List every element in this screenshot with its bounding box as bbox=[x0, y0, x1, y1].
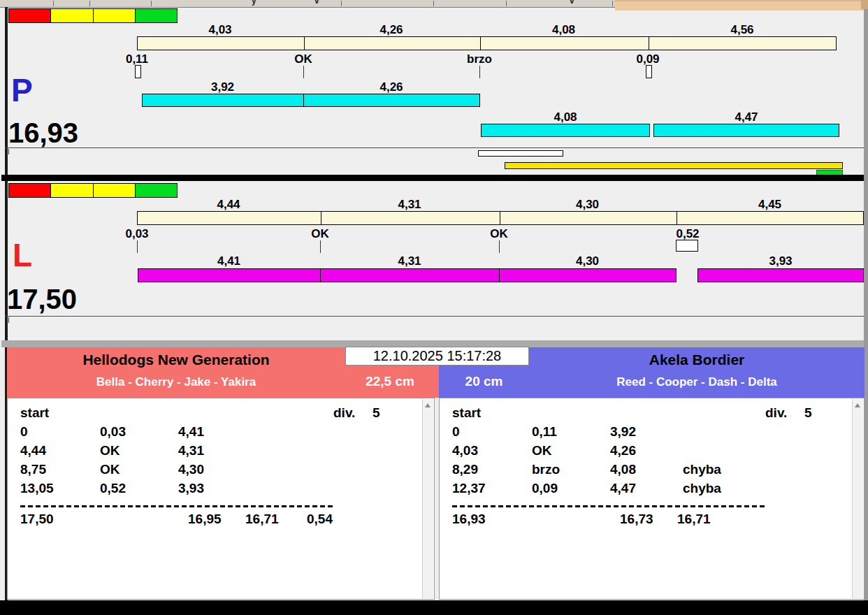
chevron-down-icon: v bbox=[570, 0, 574, 6]
gap-value: 0,52 bbox=[100, 481, 126, 496]
run-time: 4,47 bbox=[610, 481, 636, 496]
gap-value: 0,03 bbox=[100, 424, 126, 440]
left-edge-tick bbox=[8, 149, 9, 154]
crossing-time: 12,37 bbox=[452, 481, 486, 496]
toolbar-divider bbox=[341, 1, 342, 6]
split-time-label: 4,30 bbox=[499, 198, 676, 212]
table-totals-row: 17,50 16,95 16,71 0,54 bbox=[15, 512, 420, 530]
team-right-results-table: start div. 5 0 0,11 3,92 4,03 OK 4,26 8,… bbox=[447, 405, 850, 596]
crossing-tick bbox=[320, 240, 321, 253]
toolbar-partial-glyph: y bbox=[252, 0, 256, 6]
scroll-up-icon[interactable] bbox=[853, 400, 862, 410]
gap-value: OK bbox=[100, 462, 120, 477]
run-time-label: 4,30 bbox=[499, 254, 676, 268]
run-time-label: 4,47 bbox=[653, 110, 839, 124]
gap-value: 0,11 bbox=[532, 424, 557, 440]
lane-p-total-time: 16,93 bbox=[8, 119, 78, 147]
timing-app-window: y v v 4,03 4,26 4,08 4,56 0,11 OK brzo 0… bbox=[0, 0, 868, 615]
table-header-row: start div. 5 bbox=[447, 405, 850, 424]
lane-l-traffic-light bbox=[8, 183, 178, 198]
run-time: 4,41 bbox=[178, 424, 204, 440]
table-header-row: start div. 5 bbox=[15, 405, 420, 424]
split-divider bbox=[304, 37, 305, 50]
lane-p-split-bar bbox=[137, 36, 837, 50]
traffic-green bbox=[136, 9, 177, 22]
scrollbar[interactable] bbox=[852, 399, 863, 598]
crossing-time: 8,75 bbox=[20, 462, 46, 477]
traffic-yellow bbox=[51, 9, 93, 22]
lane-l-baseline bbox=[5, 316, 864, 317]
crossing-tick bbox=[479, 66, 480, 78]
run-time-label: 4,31 bbox=[320, 254, 499, 268]
team-left-results-area[interactable]: start div. 5 0 0,03 4,41 4,44 OK 4,31 8,… bbox=[7, 398, 435, 600]
traffic-red bbox=[9, 184, 51, 197]
lane-l-letter: L bbox=[13, 239, 32, 271]
scroll-up-icon[interactable] bbox=[424, 400, 432, 410]
team-right-dogs: Reed - Cooper - Dash - Delta bbox=[529, 375, 865, 389]
toolbar-divider bbox=[151, 1, 152, 6]
crossing-time: 0 bbox=[452, 424, 460, 440]
run-time: 4,30 bbox=[178, 462, 204, 477]
lane-p-run-bar bbox=[653, 124, 839, 137]
traffic-yellow bbox=[51, 184, 93, 197]
crossing-tick bbox=[499, 240, 500, 253]
team-left-results-table: start div. 5 0 0,03 4,41 4,44 OK 4,31 8,… bbox=[15, 405, 420, 596]
team-left-name: Hellodogs New Generation bbox=[7, 352, 345, 368]
fault-gap-box bbox=[646, 65, 652, 78]
rerun-yellow-bar bbox=[505, 162, 843, 169]
split-time-label: 4,44 bbox=[137, 198, 320, 212]
titlebar-corner bbox=[861, 0, 868, 9]
left-edge-tick bbox=[8, 317, 9, 323]
run-time-label: 4,08 bbox=[481, 110, 650, 124]
fault-flag: chyba bbox=[683, 481, 721, 496]
total-time: 17,50 bbox=[20, 512, 54, 527]
toolbar-divider bbox=[53, 1, 54, 6]
table-totals-row: 16,93 16,73 16,71 bbox=[447, 512, 850, 530]
split-time-label: 4,26 bbox=[303, 23, 479, 37]
gap-value: 0,09 bbox=[532, 481, 558, 496]
lane-divider bbox=[1, 175, 864, 181]
team-right-results-area[interactable]: start div. 5 0 0,11 3,92 4,03 OK 4,26 8,… bbox=[439, 398, 865, 600]
crossing-time: 4,44 bbox=[20, 443, 46, 458]
split-time-label: 4,56 bbox=[648, 23, 837, 37]
table-row: 8,75 OK 4,30 bbox=[15, 462, 420, 481]
split-divider bbox=[649, 37, 649, 50]
division-value: 5 bbox=[804, 405, 812, 421]
toolbar-divider bbox=[506, 1, 507, 6]
lane-l-run-bar bbox=[499, 268, 677, 282]
crossing-label: brzo bbox=[458, 52, 500, 66]
team-right-name: Akela Bordier bbox=[529, 352, 865, 368]
team-left-height: 22,5 cm bbox=[345, 374, 435, 389]
lane-p-run-bar bbox=[142, 94, 304, 107]
start-label: start bbox=[20, 405, 49, 421]
table-separator bbox=[452, 505, 765, 507]
crossing-label: 0,52 bbox=[667, 227, 709, 241]
toolbar-divider bbox=[89, 1, 90, 6]
traffic-red bbox=[9, 9, 51, 22]
run-time-label: 4,26 bbox=[303, 80, 479, 94]
lane-p-run-bar bbox=[481, 124, 650, 137]
toolbar-strip[interactable]: y v v bbox=[0, 0, 615, 8]
crossing-label: 0,09 bbox=[627, 52, 669, 66]
rerun-white-bar bbox=[478, 150, 563, 157]
lane-l-split-bar bbox=[137, 211, 864, 225]
chevron-down-icon: v bbox=[314, 0, 319, 6]
toolbar-divider bbox=[433, 1, 434, 6]
split-divider bbox=[480, 37, 481, 50]
table-row: 8,29 brzo 4,08 chyba bbox=[447, 462, 850, 481]
fault-gap-box bbox=[676, 240, 698, 252]
split-divider bbox=[500, 212, 500, 224]
bottom-black-strip bbox=[0, 600, 868, 615]
team-right-height: 20 cm bbox=[439, 374, 529, 389]
lane-p-run-bar bbox=[303, 94, 480, 107]
lane-p-letter: P bbox=[11, 74, 33, 106]
division-label: div. bbox=[333, 405, 355, 421]
crossing-tick bbox=[303, 66, 304, 78]
start-label: start bbox=[452, 405, 481, 421]
traffic-yellow bbox=[94, 9, 136, 22]
gap-value: brzo bbox=[532, 462, 560, 477]
table-row: 12,37 0,09 4,47 chyba bbox=[447, 481, 850, 500]
split-divider bbox=[321, 212, 321, 224]
scrollbar[interactable] bbox=[422, 399, 433, 598]
table-row: 13,05 0,52 3,93 bbox=[15, 481, 420, 500]
